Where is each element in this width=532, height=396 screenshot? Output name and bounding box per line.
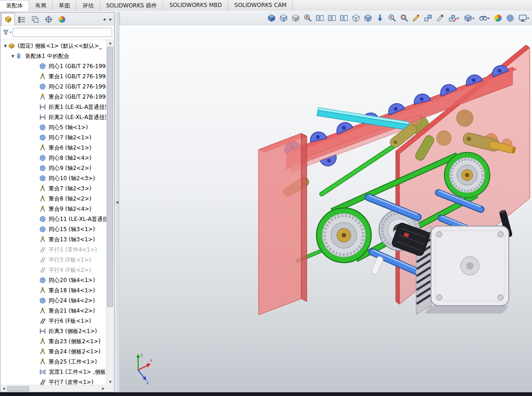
tree-row[interactable]: 同心10 (轴2<3>) — [0, 173, 107, 183]
tree-row[interactable]: 平行4 (F板<2>) — [0, 265, 107, 275]
apply-scene-icon[interactable] — [504, 12, 516, 24]
tree-item-label[interactable]: 同心7 (轴2<1>) — [49, 134, 91, 142]
scroll-down-icon[interactable]: ▼ — [107, 379, 114, 385]
tree-item-label[interactable]: 重合6 (轴2<1>) — [49, 144, 91, 152]
dropdown-caret-icon[interactable]: ▾ — [527, 16, 529, 20]
tree-row[interactable]: 同心8 (轴2<4>) — [0, 153, 107, 163]
hidden-lines-visible-icon[interactable] — [350, 12, 361, 24]
tree-item-label[interactable]: 同心2 (GB/T 276-1994 — [49, 83, 107, 91]
zoom-area-icon[interactable] — [302, 12, 313, 24]
featuremanager-tab[interactable] — [1, 13, 15, 25]
horizontal-scrollbar-thumb[interactable] — [7, 386, 29, 391]
tree-row[interactable]: ▼装配体1 中的配合 — [0, 51, 107, 61]
tree-filter-input[interactable] — [13, 28, 112, 37]
tree-row[interactable]: 重合25 (工件<1>) — [0, 357, 107, 367]
tree-vertical-scrollbar[interactable]: ▲ ▼ — [106, 40, 114, 385]
scroll-right-icon[interactable]: ▶ — [100, 385, 107, 392]
expand-arrow-icon[interactable]: ▼ — [2, 44, 8, 48]
tree-row[interactable]: 同心20 (轴4<1>) — [0, 275, 107, 285]
tree-row[interactable]: 同心9 (轴2<2>) — [0, 163, 107, 173]
window-select-icon[interactable] — [314, 12, 325, 24]
ribbon-tab-1[interactable]: 装配体 — [0, 0, 29, 11]
ribbon-tab-7[interactable]: SOLIDWORKS CAM — [228, 0, 293, 11]
vertical-scrollbar-thumb[interactable] — [107, 47, 113, 307]
model-left-side-plate[interactable] — [259, 133, 307, 315]
expand-arrow-icon[interactable]: ▼ — [10, 54, 16, 58]
view-settings-icon[interactable]: ▾ — [516, 12, 531, 24]
ribbon-tab-3[interactable]: 草图 — [53, 0, 76, 11]
dropdown-caret-icon[interactable]: ▾ — [457, 16, 459, 20]
displaymanager-tab[interactable] — [55, 13, 69, 25]
trim-knife-icon[interactable] — [434, 12, 446, 24]
dropdown-caret-icon[interactable]: ▾ — [488, 16, 489, 20]
tree-row[interactable]: 同心15 (轴3<1>) — [0, 224, 107, 234]
tree-row[interactable]: 重合2 (GB/T 276-1994 — [0, 92, 107, 102]
tree-row[interactable]: 平行7 (皮带<1>) — [0, 377, 107, 385]
tree-item-label[interactable]: 重合21 (轴4<2>) — [49, 307, 95, 315]
configurationmanager-tab[interactable] — [28, 13, 42, 25]
collapse-panel-icon[interactable]: ◀ — [115, 200, 118, 204]
tree-row[interactable]: 同心1 (GB/T 276-1994 — [0, 61, 107, 71]
tree-row[interactable]: 距离3 (侧板2<1>) — [0, 326, 107, 336]
tree-row[interactable]: 重合18 (轴4<1>) — [0, 285, 107, 295]
tree-item-label[interactable]: 同心8 (轴2<4>) — [49, 154, 91, 162]
tree-item-label[interactable]: 重合13 (轴3<1>) — [49, 236, 95, 244]
tree-row[interactable]: 重合1 (GB/T 276-1994 — [0, 71, 107, 82]
tree-row[interactable]: 同心5 (轴<1>) — [0, 122, 107, 132]
hide-show-items-icon[interactable]: ▾ — [477, 12, 492, 24]
tree-item-label[interactable]: 平行3 (F板<1>) — [49, 256, 91, 264]
panel-tab-scroll-left-icon[interactable]: ◀ — [101, 15, 108, 24]
ribbon-tab-4[interactable]: 评估 — [76, 0, 100, 11]
tree-row[interactable]: 宽度1 (工件<1> ,侧板2 — [0, 367, 107, 377]
tree-row[interactable]: 距离2 (LE-XL-A普通扭矩 — [0, 112, 107, 122]
edit-appearance-icon[interactable] — [492, 12, 504, 24]
tree-row[interactable]: 平行1 (零件4<1>) — [0, 245, 107, 255]
tree-row[interactable]: 重合21 (轴4<2>) — [0, 306, 107, 316]
ribbon-tab-6[interactable]: SOLIDWORKS MBD — [163, 0, 228, 11]
tree-row[interactable]: 距离1 (LE-XL-A普通扭矩 — [0, 102, 107, 112]
tree-item-label[interactable]: 重合2 (GB/T 276-1994 — [49, 93, 107, 101]
tree-item-label[interactable]: 同心20 (轴4<1>) — [49, 277, 95, 284]
scroll-left-icon[interactable]: ◀ — [0, 385, 7, 392]
tree-item-label[interactable]: 平行1 (零件4<1>) — [49, 246, 97, 254]
tree-item-label[interactable]: 重合1 (GB/T 276-1994 — [49, 73, 107, 81]
tree-item-label[interactable]: 装配体1 中的配合 — [25, 52, 69, 60]
graphics-viewport[interactable]: y x z — [120, 25, 532, 392]
wireframe-icon[interactable] — [290, 12, 301, 24]
linear-pattern-icon[interactable] — [422, 12, 434, 24]
tree-item-label[interactable]: 重合7 (轴2<3>) — [49, 185, 91, 193]
sketch-pencil-icon[interactable] — [410, 12, 422, 24]
tree-item-label[interactable]: 同心10 (轴2<3>) — [49, 175, 95, 182]
tree-row[interactable]: 重合13 (轴3<1>) — [0, 234, 107, 245]
tree-item-label[interactable]: (固定) 侧板<1> (默认<<默认>_ — [18, 42, 102, 50]
tree-row[interactable]: 平行3 (F板<1>) — [0, 255, 107, 265]
tree-row[interactable]: 重合23 (侧板2<1>) — [0, 336, 107, 346]
tree-row[interactable]: 同心11 (LE-XL-A普通扭 — [0, 214, 107, 224]
model-right-pulley[interactable] — [444, 152, 490, 198]
tree-item-label[interactable]: 宽度1 (工件<1> ,侧板2 — [49, 368, 107, 376]
tree-item-label[interactable]: 距离2 (LE-XL-A普通扭矩 — [49, 113, 107, 121]
tree-item-label[interactable]: 重合18 (轴4<1>) — [49, 287, 95, 295]
previous-view-icon[interactable] — [338, 12, 349, 24]
transparent-display-icon[interactable] — [362, 12, 374, 24]
zoom-to-selection-icon[interactable] — [398, 12, 410, 24]
tree-row[interactable]: 重合7 (轴2<3>) — [0, 183, 107, 194]
tree-row[interactable]: ▼(固定) 侧板<1> (默认<<默认>_ — [0, 41, 107, 51]
edit-component-icon[interactable]: ▾ — [446, 12, 461, 24]
tree-row[interactable]: 重合8 (轴2<2>) — [0, 194, 107, 204]
tree-row[interactable]: 同心7 (轴2<1>) — [0, 132, 107, 143]
ribbon-tab-2[interactable]: 布局 — [29, 0, 53, 11]
model-left-pulley[interactable] — [317, 208, 371, 263]
tree-row[interactable]: 同心24 (轴4<2>) — [0, 295, 107, 306]
lasso-select-icon[interactable] — [326, 12, 337, 24]
view-orientation-icon[interactable] — [266, 12, 277, 24]
tree-row[interactable]: 重合6 (轴2<1>) — [0, 143, 107, 153]
tree-item-label[interactable]: 平行6 (F板<1>) — [49, 317, 91, 325]
display-style-icon[interactable]: ▾ — [462, 12, 476, 24]
tree-item-label[interactable]: 同心1 (GB/T 276-1994 — [49, 63, 107, 70]
tree-row[interactable]: 重合9 (轴2<4>) — [0, 204, 107, 214]
shaded-with-edges-icon[interactable] — [278, 12, 289, 24]
dropdown-caret-icon[interactable]: ▾ — [472, 16, 474, 20]
ribbon-tab-5[interactable]: SOLIDWORKS 插件 — [100, 0, 163, 11]
model-scene[interactable]: y x z — [120, 25, 532, 392]
